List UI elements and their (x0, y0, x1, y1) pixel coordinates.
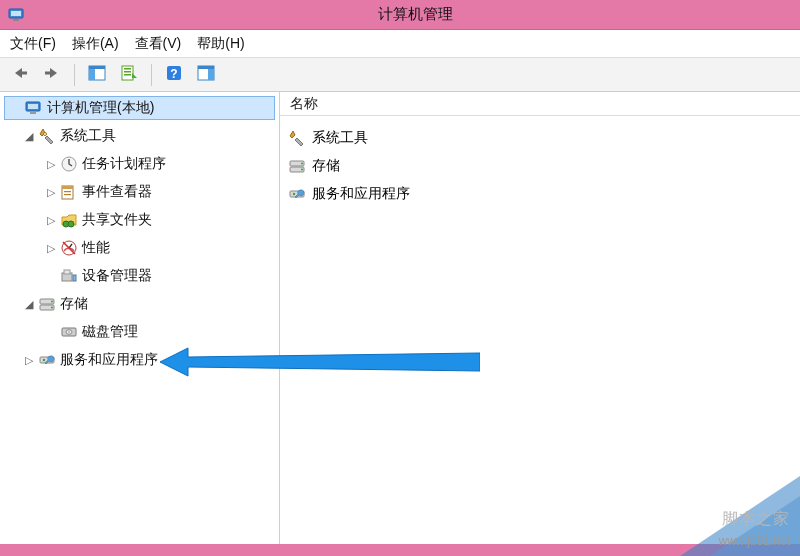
column-name-label: 名称 (290, 95, 318, 113)
pane-action-icon (197, 65, 215, 84)
blank-twisty (44, 269, 58, 283)
toolbar: ? (0, 58, 800, 92)
properties-icon (120, 65, 138, 84)
tree-node-system-tools[interactable]: ◢ 系统工具 (0, 122, 279, 150)
svg-rect-2 (13, 19, 19, 21)
svg-point-27 (68, 221, 74, 227)
svg-point-46 (293, 193, 295, 195)
svg-rect-3 (21, 72, 27, 75)
svg-rect-11 (124, 74, 131, 76)
list-item-storage[interactable]: 存储 (288, 152, 792, 180)
tree-label: 共享文件夹 (82, 211, 152, 229)
svg-text:?: ? (170, 67, 177, 81)
menu-view[interactable]: 查看(V) (135, 35, 182, 53)
blank-twisty (44, 325, 58, 339)
svg-rect-1 (11, 11, 21, 16)
window-title: 计算机管理 (30, 5, 800, 24)
performance-icon (60, 239, 78, 257)
toolbar-separator (151, 64, 152, 86)
services-apps-icon (288, 185, 306, 203)
list-item-services-apps[interactable]: 服务和应用程序 (288, 180, 792, 208)
svg-rect-31 (73, 275, 76, 281)
shared-folders-icon (60, 211, 78, 229)
list-column-name[interactable]: 名称 (280, 92, 800, 116)
show-hide-tree-button[interactable] (83, 62, 111, 88)
arrow-right-icon (43, 66, 61, 83)
titlebar: 计算机管理 (0, 0, 800, 30)
tree-node-shared-folders[interactable]: ▷ 共享文件夹 (0, 206, 279, 234)
disk-management-icon (60, 323, 78, 341)
back-button[interactable] (6, 62, 34, 88)
svg-rect-7 (89, 66, 105, 69)
properties-button[interactable] (115, 62, 143, 88)
svg-point-20 (44, 133, 47, 136)
menubar: 文件(F) 操作(A) 查看(V) 帮助(H) (0, 30, 800, 58)
event-viewer-icon (60, 183, 78, 201)
menu-action[interactable]: 操作(A) (72, 35, 119, 53)
expanded-twisty-icon[interactable]: ◢ (22, 129, 36, 143)
menu-help[interactable]: 帮助(H) (197, 35, 244, 53)
computer-management-icon (8, 7, 24, 23)
svg-rect-9 (124, 68, 131, 70)
tools-icon (288, 129, 306, 147)
tree-label: 系统工具 (60, 127, 116, 145)
svg-rect-25 (64, 194, 71, 195)
tree-label: 任务计划程序 (82, 155, 166, 173)
svg-point-34 (51, 301, 53, 303)
storage-icon (38, 295, 56, 313)
tree-node-storage[interactable]: ◢ 存储 (0, 290, 279, 318)
tree-label: 事件查看器 (82, 183, 152, 201)
tree-label: 存储 (60, 295, 88, 313)
tree-node-disk-management[interactable]: 磁盘管理 (0, 318, 279, 346)
svg-point-38 (68, 331, 70, 333)
tree-label: 磁盘管理 (82, 323, 138, 341)
tools-icon (38, 127, 56, 145)
tree-node-event-viewer[interactable]: ▷ 事件查看器 (0, 178, 279, 206)
show-hide-action-pane-button[interactable] (192, 62, 220, 88)
svg-rect-24 (64, 191, 71, 192)
toolbar-separator (74, 64, 75, 86)
pane-tree-icon (88, 65, 106, 84)
svg-rect-30 (64, 270, 70, 274)
tree-node-services-apps[interactable]: ▷ 服务和应用程序 (0, 346, 279, 374)
tree-pane: 计算机管理(本地) ◢ 系统工具 ▷ 任务计划程序 (0, 92, 280, 544)
svg-point-43 (301, 163, 303, 165)
list-item-label: 系统工具 (312, 129, 368, 147)
help-icon: ? (165, 64, 183, 85)
svg-point-35 (51, 307, 53, 309)
collapsed-twisty-icon[interactable]: ▷ (44, 185, 58, 199)
menu-file[interactable]: 文件(F) (10, 35, 56, 53)
computer-management-icon (25, 99, 43, 117)
tree-root-computer-management[interactable]: 计算机管理(本地) (4, 96, 275, 120)
help-button[interactable]: ? (160, 62, 188, 88)
services-apps-icon (38, 351, 56, 369)
svg-rect-18 (28, 104, 38, 109)
forward-button[interactable] (38, 62, 66, 88)
tree-node-device-manager[interactable]: 设备管理器 (0, 262, 279, 290)
collapsed-twisty-icon[interactable]: ▷ (44, 241, 58, 255)
tree-label: 设备管理器 (82, 267, 152, 285)
tree-node-performance[interactable]: ▷ 性能 (0, 234, 279, 262)
tree-label: 性能 (82, 239, 110, 257)
list-item-label: 服务和应用程序 (312, 185, 410, 203)
list-item-label: 存储 (312, 157, 340, 175)
storage-icon (288, 157, 306, 175)
arrow-left-icon (11, 66, 29, 83)
svg-point-44 (301, 169, 303, 171)
watermark-url: www.jb51.net (719, 534, 790, 548)
svg-rect-16 (198, 66, 214, 69)
device-manager-icon (60, 267, 78, 285)
list-item-system-tools[interactable]: 系统工具 (288, 124, 792, 152)
clock-icon (60, 155, 78, 173)
collapsed-twisty-icon[interactable]: ▷ (44, 213, 58, 227)
svg-rect-10 (124, 71, 131, 73)
svg-point-40 (43, 359, 45, 361)
svg-rect-19 (30, 112, 36, 114)
tree-label: 服务和应用程序 (60, 351, 158, 369)
tree-node-task-scheduler[interactable]: ▷ 任务计划程序 (0, 150, 279, 178)
collapsed-twisty-icon[interactable]: ▷ (22, 353, 36, 367)
collapsed-twisty-icon[interactable]: ▷ (44, 157, 58, 171)
svg-rect-23 (62, 186, 73, 189)
svg-rect-4 (45, 72, 51, 75)
expanded-twisty-icon[interactable]: ◢ (22, 297, 36, 311)
